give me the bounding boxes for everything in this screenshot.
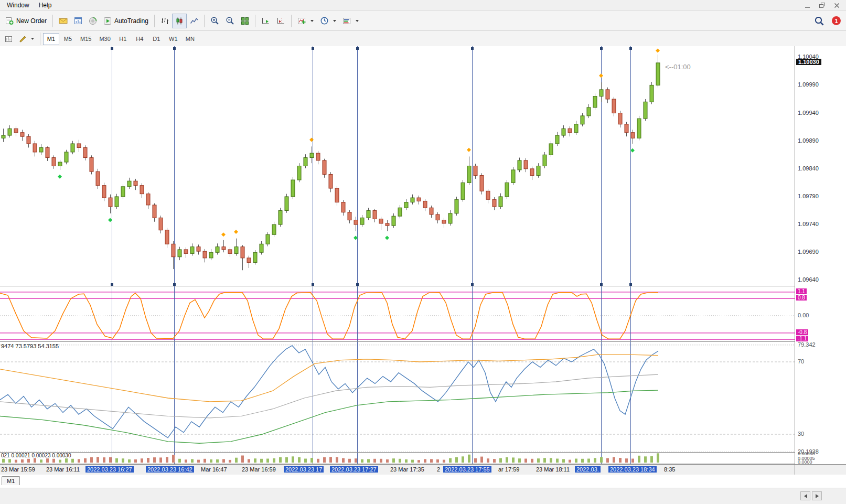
timeframe-m5[interactable]: M5 [60, 33, 76, 45]
price-axis[interactable]: 1.100401.099901.099401.098901.098401.097… [795, 46, 846, 475]
vline-handle[interactable] [173, 283, 176, 286]
bar-chart-icon [160, 17, 169, 25]
oscillator-level-label: -1.1 [796, 336, 808, 341]
close-icon [834, 3, 840, 8]
vline-handle[interactable] [111, 283, 113, 286]
price-label: 1.09940 [798, 110, 819, 116]
oscillator-zero-label: 0.00 [798, 312, 809, 318]
toolbar-separator [204, 15, 205, 27]
zoom-in-button[interactable] [207, 14, 222, 28]
notification-badge[interactable]: 1 [832, 16, 841, 25]
new-order-label: New Order [16, 17, 47, 25]
tile-windows-icon [241, 17, 249, 25]
chart-canvas[interactable]: <--01:00 [0, 46, 795, 464]
vline-handle[interactable] [471, 283, 474, 286]
price-label: 1.09890 [798, 137, 819, 144]
bar-chart-button[interactable] [157, 14, 172, 28]
timeframe-m30[interactable]: M30 [95, 33, 114, 45]
timeframe-m15[interactable]: M15 [77, 33, 95, 45]
time-label-highlighted: 2022.03.23 17 [284, 466, 324, 473]
zoom-in-icon [210, 16, 219, 25]
search-button[interactable] [811, 14, 828, 28]
main-toolbar: New Order [0, 11, 846, 31]
templates-button[interactable] [339, 14, 362, 28]
zoom-out-icon [226, 16, 234, 25]
periods-button[interactable] [317, 14, 339, 28]
community-button[interactable] [85, 14, 100, 28]
toolbar-separator [40, 33, 40, 45]
oscillator-level-label: 1.1 [796, 288, 807, 294]
price-label: 1.09840 [798, 165, 819, 171]
scroll-right-button[interactable] [812, 491, 822, 500]
dropdown-caret-icon [356, 20, 359, 22]
new-order-button[interactable]: New Order [2, 14, 50, 28]
timeframe-d1[interactable]: D1 [148, 33, 165, 45]
auto-scroll-icon [261, 17, 270, 25]
oscillator-level-label: 0.8 [796, 295, 807, 301]
time-axis[interactable]: 23 Mar 15:5923 Mar 16:112022.03.23 16:27… [0, 464, 795, 475]
draw-tool-button[interactable] [16, 31, 37, 46]
terminal-button[interactable] [71, 14, 85, 28]
left-arrow-icon [804, 494, 807, 498]
chart-tab-m1[interactable]: M1 [2, 476, 20, 485]
new-order-icon [5, 17, 14, 25]
chart-window-button[interactable] [1, 31, 16, 46]
time-label: 23 Mar 16:11 [46, 466, 80, 473]
toolbar-separator [52, 15, 53, 27]
timeframe-h4[interactable]: H4 [132, 33, 148, 45]
scroll-left-button[interactable] [800, 491, 810, 500]
autotrading-icon [103, 17, 112, 25]
vline-handle[interactable] [356, 47, 359, 50]
toolbar-separator [255, 15, 255, 27]
chart-shift-button[interactable] [273, 14, 288, 28]
menu-window[interactable]: Window [2, 1, 34, 10]
mail-icon [59, 17, 68, 25]
vline-handle[interactable] [629, 47, 632, 50]
vline-handle[interactable] [600, 283, 603, 286]
mail-button[interactable] [56, 14, 71, 28]
zoom-out-button[interactable] [222, 14, 238, 28]
dropdown-caret-icon [333, 20, 336, 22]
window-controls [804, 2, 846, 8]
vline-handle[interactable] [356, 283, 359, 286]
timeframe-m1[interactable]: M1 [43, 33, 59, 45]
vline-handle[interactable] [600, 47, 603, 50]
indicators-icon [297, 17, 306, 25]
rsi-level-label: 30 [798, 431, 804, 437]
horizontal-scrollbar[interactable] [800, 491, 822, 500]
time-label-highlighted: 2022.03.23 16:42 [146, 466, 194, 473]
toolbar-separator [291, 15, 292, 27]
timeframe-h1[interactable]: H1 [115, 33, 131, 45]
time-label-highlighted: 2022.03.23 18:34 [608, 466, 657, 473]
indicators-button[interactable] [294, 14, 317, 28]
toolbar-separator [154, 15, 155, 27]
mini-level-label: 0.0000 [798, 459, 812, 465]
autotrading-button[interactable]: AutoTrading [100, 14, 152, 28]
vline-handle[interactable] [471, 47, 474, 50]
tile-windows-button[interactable] [238, 14, 252, 28]
chart-area[interactable]: <--01:00 9474 73.5793 54.3155 021 0.0002… [0, 46, 795, 475]
periods-clock-icon [320, 16, 329, 25]
price-axis-corner [795, 464, 846, 475]
rsi-level-label: 79.342 [798, 341, 816, 348]
vline-handle[interactable] [173, 47, 176, 50]
close-button[interactable] [833, 2, 840, 8]
timeframe-toolbar: M1M5M15M30H1H4D1W1MN [0, 31, 846, 47]
minimize-button[interactable] [804, 2, 810, 8]
rsi-level-label: 70 [798, 358, 804, 364]
pencil-icon [19, 35, 27, 43]
vline-handle[interactable] [629, 283, 632, 286]
line-chart-button[interactable] [187, 14, 201, 28]
price-label: 1.09790 [798, 193, 819, 199]
time-label: ar 17:59 [498, 466, 519, 473]
vline-handle[interactable] [312, 47, 314, 50]
vline-handle[interactable] [111, 47, 113, 50]
vline-handle[interactable] [312, 283, 314, 286]
time-label: 8:35 [664, 466, 675, 473]
candlestick-chart-button[interactable] [172, 14, 187, 28]
timeframe-w1[interactable]: W1 [165, 33, 181, 45]
auto-scroll-button[interactable] [258, 14, 273, 28]
restore-button[interactable] [819, 2, 825, 8]
menu-help[interactable]: Help [34, 1, 57, 10]
timeframe-mn[interactable]: MN [182, 33, 198, 45]
